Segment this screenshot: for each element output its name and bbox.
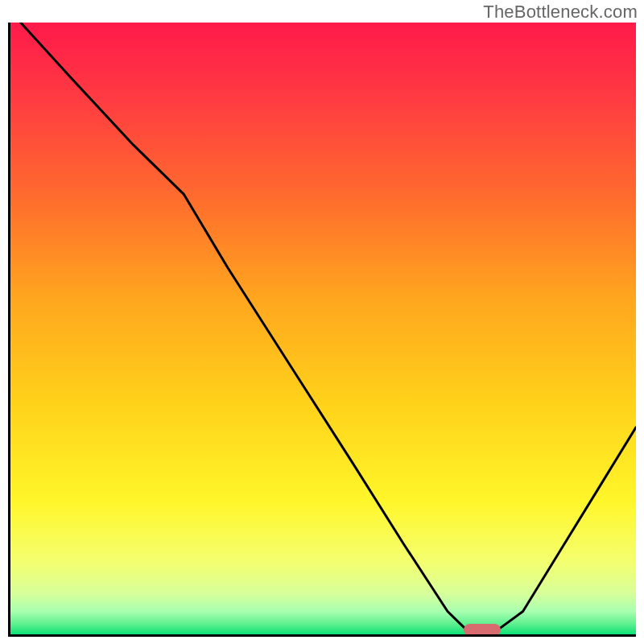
axis-y: [8, 23, 10, 636]
axis-x: [8, 634, 636, 637]
chart-canvas: TheBottleneck.com: [0, 0, 644, 644]
plot-area: [8, 23, 636, 636]
gradient-background: [8, 23, 636, 636]
watermark-text: TheBottleneck.com: [483, 2, 638, 23]
plot-svg: [8, 23, 636, 636]
